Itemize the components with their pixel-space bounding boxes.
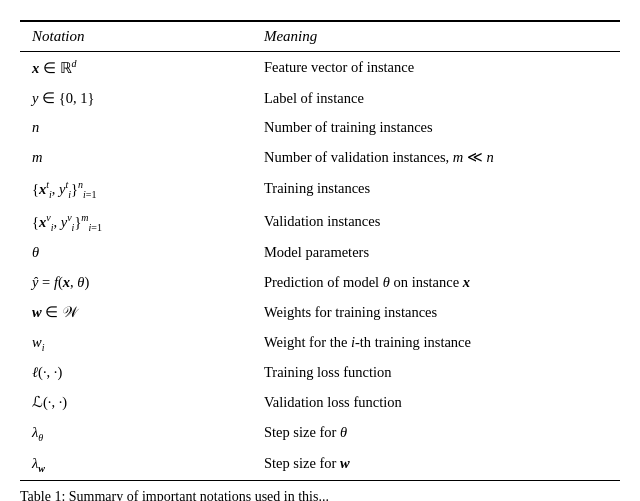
header-notation: Notation [20, 21, 252, 52]
table-row: λθStep size for θ [20, 418, 620, 449]
notation-cell: ℓ(·, ·) [20, 358, 252, 388]
table-row: ŷ = f(x, θ)Prediction of model θ on inst… [20, 268, 620, 298]
notation-cell: ŷ = f(x, θ) [20, 268, 252, 298]
meaning-cell: Feature vector of instance [252, 52, 620, 84]
table-caption: Table 1: Summary of important notations … [20, 489, 620, 501]
notation-cell: {xvi, yvi}mi=1 [20, 206, 252, 239]
notation-cell: x ∈ ℝd [20, 52, 252, 84]
notation-cell: m [20, 143, 252, 173]
notation-cell: θ [20, 238, 252, 268]
table-container: Notation Meaning x ∈ ℝdFeature vector of… [20, 20, 620, 501]
table-row: w ∈ 𝒲Weights for training instances [20, 298, 620, 328]
meaning-cell: Prediction of model θ on instance x [252, 268, 620, 298]
meaning-cell: Label of instance [252, 84, 620, 114]
notation-cell: {xti, yti}ni=1 [20, 173, 252, 206]
meaning-cell: Training loss function [252, 358, 620, 388]
meaning-cell: Validation instances [252, 206, 620, 239]
table-row: λwStep size for w [20, 449, 620, 480]
table-header-row: Notation Meaning [20, 21, 620, 52]
meaning-cell: Step size for w [252, 449, 620, 480]
notation-table: Notation Meaning x ∈ ℝdFeature vector of… [20, 20, 620, 481]
meaning-cell: Number of training instances [252, 113, 620, 143]
meaning-cell: Model parameters [252, 238, 620, 268]
header-meaning: Meaning [252, 21, 620, 52]
meaning-cell: Weight for the i-th training instance [252, 328, 620, 359]
notation-cell: λθ [20, 418, 252, 449]
meaning-cell: Training instances [252, 173, 620, 206]
table-row: θModel parameters [20, 238, 620, 268]
table-row: y ∈ {0, 1}Label of instance [20, 84, 620, 114]
table-row: x ∈ ℝdFeature vector of instance [20, 52, 620, 84]
notation-cell: y ∈ {0, 1} [20, 84, 252, 114]
table-row: mNumber of validation instances, m ≪ n [20, 143, 620, 173]
table-row: {xvi, yvi}mi=1Validation instances [20, 206, 620, 239]
meaning-cell: Validation loss function [252, 388, 620, 418]
meaning-cell: Step size for θ [252, 418, 620, 449]
table-row: ℓ(·, ·)Training loss function [20, 358, 620, 388]
meaning-cell: Number of validation instances, m ≪ n [252, 143, 620, 173]
notation-cell: ℒ(·, ·) [20, 388, 252, 418]
meaning-cell: Weights for training instances [252, 298, 620, 328]
table-row: wiWeight for the i-th training instance [20, 328, 620, 359]
notation-cell: w ∈ 𝒲 [20, 298, 252, 328]
notation-cell: λw [20, 449, 252, 480]
notation-cell: n [20, 113, 252, 143]
table-row: nNumber of training instances [20, 113, 620, 143]
notation-cell: wi [20, 328, 252, 359]
table-row: {xti, yti}ni=1Training instances [20, 173, 620, 206]
table-row: ℒ(·, ·)Validation loss function [20, 388, 620, 418]
